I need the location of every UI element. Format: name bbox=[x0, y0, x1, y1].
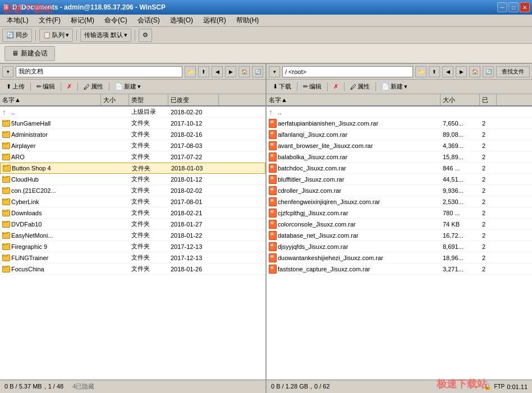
menu-session[interactable]: 会话(S) bbox=[133, 15, 164, 26]
title-bar: 🖥 D:\Documents - admin@118.95.37.206 - W… bbox=[0, 0, 532, 15]
list-item[interactable]: ↑ .. 上级目录 2018-02-20 bbox=[0, 107, 265, 118]
menu-mark[interactable]: 标记(M) bbox=[66, 15, 99, 26]
menu-file[interactable]: 文件(F) bbox=[34, 15, 65, 26]
list-item[interactable]: Airplayer 文件夹 2017-08-03 bbox=[0, 140, 265, 151]
list-item[interactable]: CloudHub 文件夹 2018-01-12 bbox=[0, 174, 265, 185]
rar-icon bbox=[269, 141, 277, 150]
toolbar-queue[interactable]: 📋 队列 ▾ bbox=[39, 29, 73, 42]
left-upload-btn[interactable]: ⬆ 上传 bbox=[2, 81, 29, 93]
left-path-input[interactable] bbox=[16, 66, 182, 77]
right-col-size[interactable]: 大小 bbox=[441, 94, 480, 105]
left-props-btn[interactable]: 🖊 属性 bbox=[80, 81, 107, 93]
right-edit-btn[interactable]: ✏ 编辑 bbox=[299, 81, 325, 93]
right-path-dropdown[interactable]: ▾ bbox=[269, 66, 280, 77]
right-refresh-btn[interactable]: 🏠 bbox=[469, 66, 480, 77]
new-session-button[interactable]: 🖥 新建会话 bbox=[4, 46, 55, 61]
folder-icon bbox=[2, 232, 10, 239]
left-path-icon2[interactable]: ⬆ bbox=[198, 66, 209, 77]
menu-local[interactable]: 本地(L) bbox=[2, 15, 33, 26]
left-refresh-btn[interactable]: 🏠 bbox=[239, 66, 250, 77]
left-back-btn[interactable]: ◀ bbox=[212, 66, 223, 77]
list-item[interactable]: Firegraphic 9 文件夹 2017-12-13 bbox=[0, 241, 265, 252]
folder-icon bbox=[2, 266, 10, 272]
list-item[interactable]: blufftitler_Jisuxz.com.rar 44,51... 2 bbox=[267, 174, 532, 185]
list-item[interactable]: Button Shop 4 文件夹 2018-01-03 bbox=[0, 163, 265, 174]
right-forward-btn[interactable]: ▶ bbox=[456, 66, 467, 77]
right-path-icon2[interactable]: ⬆ bbox=[429, 66, 440, 77]
right-col-name[interactable]: 名字 ▲ bbox=[267, 94, 441, 105]
list-item[interactable]: DVDFab10 文件夹 2018-01-27 bbox=[0, 219, 265, 230]
list-item[interactable]: 5funGameHall 文件夹 2017-10-12 bbox=[0, 118, 265, 129]
list-item[interactable]: chenfengweixinjiqiren_Jisuxz.com.rar 2,5… bbox=[267, 196, 532, 207]
right-new-btn[interactable]: 📄 新建 ▾ bbox=[378, 81, 411, 93]
list-item[interactable]: CyberLink 文件夹 2017-08-01 bbox=[0, 196, 265, 207]
menu-help[interactable]: 帮助(H) bbox=[232, 15, 264, 26]
list-item[interactable]: ARO 文件夹 2017-07-22 bbox=[0, 151, 265, 163]
file-name: chenfengweixinjiqiren_Jisuxz.com.rar bbox=[267, 197, 441, 206]
list-item[interactable]: EasyNetMoni... 文件夹 2018-01-22 bbox=[0, 230, 265, 241]
left-path-icon1[interactable]: 📁 bbox=[185, 66, 196, 77]
left-home-btn[interactable]: 🔄 bbox=[252, 66, 263, 77]
right-path-icon1[interactable]: 📁 bbox=[415, 66, 426, 77]
minimize-button[interactable]: ─ bbox=[497, 2, 507, 12]
left-col-size[interactable]: 大小 bbox=[101, 94, 129, 105]
left-col-name[interactable]: 名字 ▲ bbox=[0, 94, 101, 105]
file-modified: 2 bbox=[480, 210, 497, 216]
left-col-modified[interactable]: 已改变 bbox=[168, 94, 219, 105]
right-delete-btn[interactable]: ✗ bbox=[329, 81, 342, 93]
toolbar-sync[interactable]: 🔄 同步 bbox=[2, 29, 32, 42]
list-item[interactable]: duowantankeshijiehezi_Jisuxz.com.rar 18,… bbox=[267, 252, 532, 263]
list-item[interactable]: djsyyjqfds_Jisuxz.com.rar 8,691... 2 bbox=[267, 241, 532, 252]
right-home-btn[interactable]: 🔄 bbox=[483, 66, 494, 77]
close-button[interactable]: ✕ bbox=[520, 2, 530, 12]
left-edit-btn[interactable]: ✏ 编辑 bbox=[33, 81, 59, 93]
folder-icon bbox=[3, 165, 11, 172]
right-path-input[interactable] bbox=[282, 66, 413, 77]
list-item[interactable]: cjzfcplthgj_Jisuxz.com.rar 780 ... 2 bbox=[267, 207, 532, 219]
right-find-btn[interactable]: 查找文件 bbox=[496, 66, 530, 77]
folder-icon bbox=[2, 198, 10, 205]
file-size: 44,51... bbox=[441, 176, 480, 183]
file-type: 文件夹 bbox=[129, 220, 168, 228]
menu-options[interactable]: 选项(O) bbox=[166, 15, 198, 26]
list-item[interactable]: Downloads 文件夹 2018-02-21 bbox=[0, 207, 265, 219]
list-item[interactable]: batchdoc_Jisuxz.com.rar 846 ... 2 bbox=[267, 163, 532, 174]
right-back-btn[interactable]: ◀ bbox=[442, 66, 453, 77]
left-delete-btn[interactable]: ✗ bbox=[63, 81, 76, 93]
toolbar-extra[interactable]: ⚙ bbox=[139, 29, 152, 42]
rar-icon bbox=[269, 253, 277, 262]
list-item[interactable]: ↑ .. bbox=[267, 107, 532, 118]
file-type: 文件夹 bbox=[129, 186, 168, 195]
right-props-btn[interactable]: 🖊 属性 bbox=[346, 81, 374, 93]
menu-remote[interactable]: 远程(R) bbox=[199, 15, 231, 26]
list-item[interactable]: aifanlanqi_Jisuxz.com.rar 89,08... 2 bbox=[267, 129, 532, 140]
left-new-btn[interactable]: 📄 新建 ▾ bbox=[111, 81, 145, 93]
right-download-btn[interactable]: ⬇ 下载 bbox=[269, 81, 295, 93]
list-item[interactable]: colorconsole_Jisuxz.com.rar 74 KB 2 bbox=[267, 219, 532, 230]
file-name: aerfatupianbianishen_Jisuxz.com.rar bbox=[267, 119, 441, 128]
right-file-list[interactable]: ↑ .. aerfatupianbianishen_Jisuxz.com.rar… bbox=[267, 107, 532, 380]
list-item[interactable]: Administrator 文件夹 2018-02-16 bbox=[0, 129, 265, 140]
right-col-modified[interactable]: 已 bbox=[480, 94, 497, 105]
maximize-button[interactable]: □ bbox=[508, 2, 519, 12]
left-path-dropdown[interactable]: ▾ bbox=[2, 66, 13, 77]
list-item[interactable]: FocusChina 文件夹 2018-01-26 bbox=[0, 263, 265, 275]
left-file-list[interactable]: ↑ .. 上级目录 2018-02-20 5funGameHall 文件夹 20… bbox=[0, 107, 265, 380]
left-forward-btn[interactable]: ▶ bbox=[225, 66, 236, 77]
toolbar-transfer[interactable]: 传输选项 默认 ▾ bbox=[80, 29, 131, 42]
left-col-type[interactable]: 类型 bbox=[129, 94, 168, 105]
list-item[interactable]: faststone_capture_Jisuxz.com.rar 3,271..… bbox=[267, 263, 532, 275]
list-item[interactable]: avant_browser_lite_Jisuxz.com.rar 4,369.… bbox=[267, 140, 532, 151]
file-modified: 2018-02-20 bbox=[168, 109, 219, 115]
left-file-panel: 名字 ▲ 大小 类型 已改变 ↑ .. 上级目录 2018-02-20 bbox=[0, 94, 267, 380]
file-modified: 2 bbox=[480, 142, 497, 149]
list-item[interactable]: FLiNGTrainer 文件夹 2017-12-13 bbox=[0, 252, 265, 263]
list-item[interactable]: balabolka_Jisuxz.com.rar 15,89... 2 bbox=[267, 151, 532, 163]
list-item[interactable]: con.{21EC202... 文件夹 2018-02-02 bbox=[0, 185, 265, 196]
list-item[interactable]: database_net_Jisuxz.com.rar 16,72... 2 bbox=[267, 230, 532, 241]
menu-command[interactable]: 命令(C) bbox=[100, 15, 132, 26]
list-item[interactable]: cdroller_Jisuxz.com.rar 9,936... 2 bbox=[267, 185, 532, 196]
window-controls[interactable]: ─ □ ✕ bbox=[497, 2, 530, 12]
list-item[interactable]: aerfatupianbianishen_Jisuxz.com.rar 7,65… bbox=[267, 118, 532, 129]
file-name: duowantankeshijiehezi_Jisuxz.com.rar bbox=[267, 253, 441, 262]
